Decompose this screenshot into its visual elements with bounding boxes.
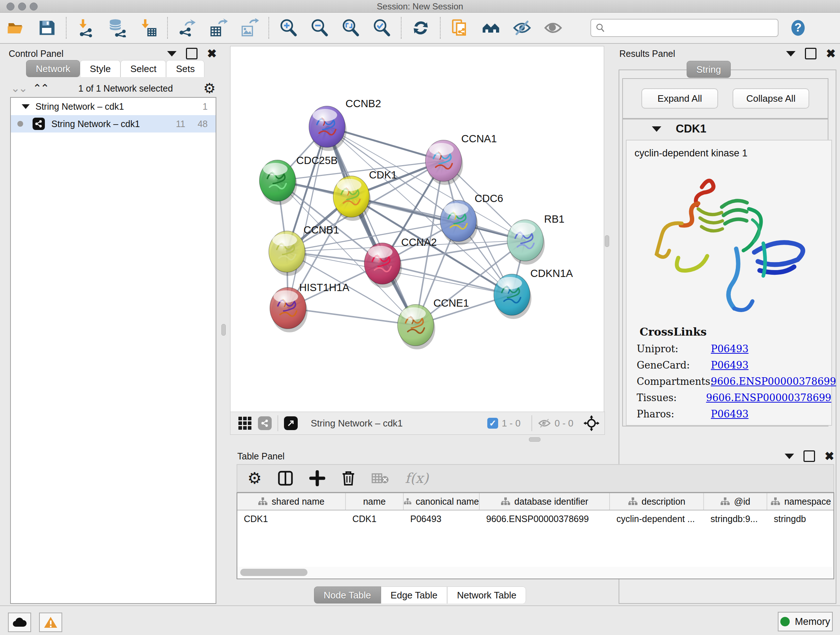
tab-string-results[interactable]: String xyxy=(687,61,731,78)
table-cell[interactable]: cyclin-dependent ... xyxy=(610,510,704,527)
export-table-icon[interactable] xyxy=(209,19,227,37)
import-table-icon[interactable] xyxy=(139,19,157,37)
cloud-services-button[interactable] xyxy=(8,613,31,632)
crosslink-link[interactable]: P06493 xyxy=(711,343,748,355)
tab-edge-table[interactable]: Edge Table xyxy=(381,586,447,603)
expand-all-icon[interactable]: ⌃⌃ xyxy=(33,83,48,94)
table-cell[interactable]: P06493 xyxy=(404,510,480,527)
open-session-icon[interactable] xyxy=(6,19,25,37)
string-view-icon[interactable] xyxy=(258,416,272,430)
refresh-icon[interactable] xyxy=(411,19,430,37)
network-edge[interactable] xyxy=(327,127,416,325)
table-cell[interactable]: 9606.ENSP00000378699 xyxy=(480,510,610,527)
network-node-CDK1[interactable]: CDK1 xyxy=(333,169,397,221)
left-splitter-handle[interactable] xyxy=(221,324,226,336)
open-in-browser-icon[interactable] xyxy=(284,416,298,430)
import-network-from-database-icon[interactable] xyxy=(107,19,126,37)
save-session-icon[interactable] xyxy=(37,19,56,37)
crosslink-link[interactable]: P06493 xyxy=(711,359,748,371)
crosslink-link[interactable]: 9606.ENSP00000378699 xyxy=(706,392,831,403)
network-canvas[interactable]: CCNB2CCNA1CDC25BCDK1CDC6RB1CCNB1CCNA2CDK… xyxy=(230,46,604,412)
table-panel-menu-icon[interactable] xyxy=(785,454,794,459)
tab-select[interactable]: Select xyxy=(120,60,166,77)
selected-checkbox-icon[interactable]: ✓ xyxy=(487,418,498,429)
column-header-description[interactable]: description xyxy=(610,493,704,510)
tab-network-table[interactable]: Network Table xyxy=(447,586,526,603)
table-cell[interactable]: CDK1 xyxy=(237,510,346,527)
network-row[interactable]: String Network – cdk1 11 48 xyxy=(11,115,216,133)
tab-sets[interactable]: Sets xyxy=(166,60,204,77)
table-data-row[interactable]: CDK1CDK1P064939606.ENSP00000378699cyclin… xyxy=(237,510,834,527)
hide-selected-icon[interactable] xyxy=(513,19,531,37)
column-header-label: description xyxy=(642,496,685,507)
zoom-fit-icon[interactable] xyxy=(341,19,360,37)
delete-column-icon[interactable] xyxy=(341,470,355,486)
tab-node-table[interactable]: Node Table xyxy=(314,586,381,603)
table-cell[interactable]: stringdb:9... xyxy=(704,510,767,527)
network-node-CCNE1[interactable]: CCNE1 xyxy=(398,297,469,349)
expand-all-button[interactable]: Expand All xyxy=(641,88,718,109)
network-node-RB1[interactable]: RB1 xyxy=(507,213,564,264)
entry-collapse-icon[interactable] xyxy=(652,126,661,132)
node-table[interactable]: shared namenamecanonical namedatabase id… xyxy=(237,492,834,579)
table-cell[interactable]: stringdb xyxy=(767,510,834,527)
birdseye-grid-icon[interactable] xyxy=(238,417,251,430)
collapse-all-icon[interactable]: ⌄⌄ xyxy=(11,83,26,94)
control-panel-float-icon[interactable] xyxy=(186,48,197,59)
toolbar-separator xyxy=(66,17,66,39)
column-header-namespace[interactable]: namespace xyxy=(767,493,834,510)
network-collection-row[interactable]: String Network – cdk1 1 xyxy=(11,98,216,115)
show-selected-icon[interactable] xyxy=(544,19,562,37)
delete-table-icon xyxy=(371,472,389,485)
fit-selected-crosshair-icon[interactable] xyxy=(584,415,600,431)
search-input[interactable] xyxy=(606,22,774,33)
import-network-icon[interactable] xyxy=(76,19,95,37)
hierarchy-icon xyxy=(501,497,510,506)
table-cell[interactable]: CDK1 xyxy=(346,510,404,527)
zoom-in-icon[interactable] xyxy=(279,19,298,37)
export-network-icon[interactable] xyxy=(178,19,196,37)
column-header-shared-name[interactable]: shared name xyxy=(237,493,346,510)
memory-button[interactable]: Memory xyxy=(778,612,833,631)
add-column-icon[interactable] xyxy=(309,470,325,486)
show-all-networks-icon[interactable] xyxy=(482,19,500,37)
network-node-HIST1H1A[interactable]: HIST1H1A xyxy=(270,282,349,333)
table-options-gear-icon[interactable]: ⚙ xyxy=(248,471,262,485)
bottom-splitter-handle[interactable] xyxy=(529,437,540,442)
export-image-icon[interactable] xyxy=(240,19,259,37)
network-node-CDC6[interactable]: CDC6 xyxy=(440,193,503,245)
column-header-name[interactable]: name xyxy=(346,493,404,510)
string-network-graph[interactable]: CCNB2CCNA1CDC25BCDK1CDC6RB1CCNB1CCNA2CDK… xyxy=(231,46,604,412)
crosslink-link[interactable]: P06493 xyxy=(711,409,748,420)
crosslink-link[interactable]: 9606.ENSP00000378699 xyxy=(711,376,836,387)
results-panel-menu-icon[interactable] xyxy=(786,51,796,57)
table-hscrollbar[interactable] xyxy=(237,567,833,578)
control-panel-menu-icon[interactable] xyxy=(167,51,177,57)
column-header-database-identifier[interactable]: database identifier xyxy=(480,493,610,510)
collection-expand-icon[interactable] xyxy=(22,104,30,109)
column-header-canonical-name[interactable]: canonical name xyxy=(404,493,480,510)
results-panel-float-icon[interactable] xyxy=(805,48,816,59)
copy-style-icon[interactable] xyxy=(450,19,469,37)
show-columns-icon[interactable] xyxy=(278,470,294,486)
tab-style[interactable]: Style xyxy=(80,60,120,77)
network-edge[interactable] xyxy=(288,127,327,308)
results-entry-box: CDK1 cyclin-dependent kinase 1 xyxy=(622,119,829,426)
table-hscrollbar-thumb[interactable] xyxy=(240,569,308,576)
network-node-CDKN1A[interactable]: CDKN1A xyxy=(494,268,573,319)
zoom-selected-icon[interactable] xyxy=(372,19,391,37)
table-panel-close-icon[interactable]: ✖ xyxy=(824,451,834,461)
help-icon[interactable]: ? xyxy=(789,19,807,37)
column-header--id[interactable]: @id xyxy=(704,493,767,510)
control-panel-close-icon[interactable]: ✖ xyxy=(207,49,217,58)
network-list-options-gear-icon[interactable]: ⚙ xyxy=(203,81,216,95)
table-panel-float-icon[interactable] xyxy=(804,450,815,462)
warnings-button[interactable] xyxy=(39,613,62,632)
right-splitter-handle[interactable] xyxy=(605,235,609,247)
entry-header[interactable]: CDK1 xyxy=(623,119,828,138)
results-panel-close-icon[interactable]: ✖ xyxy=(826,49,836,58)
zoom-out-icon[interactable] xyxy=(310,19,329,37)
tab-network[interactable]: Network xyxy=(26,60,80,77)
hidden-items-icon[interactable] xyxy=(538,418,551,429)
collapse-all-button[interactable]: Collapse All xyxy=(733,88,809,109)
